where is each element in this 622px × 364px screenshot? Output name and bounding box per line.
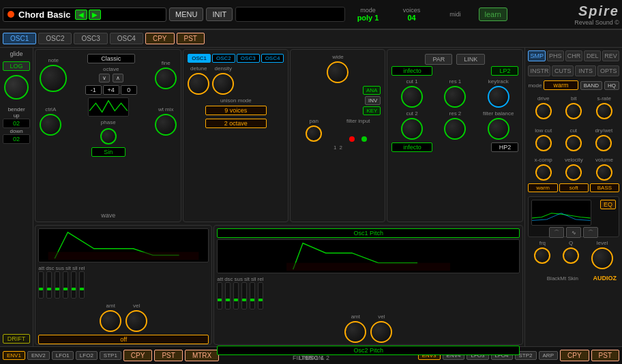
osc-copy-button[interactable]: CPY (145, 33, 175, 44)
env1-slt-slider[interactable] (63, 271, 68, 299)
preset-display[interactable] (235, 7, 344, 22)
warm2-display[interactable]: warm (528, 183, 557, 192)
warm-display[interactable]: warm (544, 80, 578, 90)
env2-slt-slider[interactable] (241, 282, 247, 309)
xcomp-knob[interactable] (535, 164, 552, 181)
level-knob[interactable] (591, 247, 613, 269)
ctrla-knob[interactable] (40, 114, 61, 136)
ctrl-val-3[interactable]: 0 (121, 85, 137, 95)
phase-knob[interactable] (100, 128, 117, 145)
ctrlb-knob[interactable] (155, 114, 177, 136)
osc2-pitch-display[interactable]: Osc2 Pitch (217, 346, 520, 355)
rtab-opts[interactable]: OPTS (597, 65, 619, 76)
bass-display[interactable]: BASS (590, 183, 619, 192)
cut2-knob[interactable] (401, 118, 423, 140)
fine-knob[interactable] (155, 67, 177, 89)
srate-knob[interactable] (596, 103, 612, 119)
env1-amt-knob[interactable] (100, 310, 121, 332)
env2-dsc-slider[interactable] (225, 282, 231, 309)
filter2-display[interactable]: LP2 (491, 66, 518, 76)
density-knob[interactable] (212, 73, 234, 95)
unison-osc4-tab[interactable]: OSC4 (261, 54, 284, 63)
drywet-knob[interactable] (595, 135, 612, 151)
eq-icon-3[interactable]: ⌒ (583, 227, 598, 238)
waveform-display[interactable]: Classic (87, 54, 135, 63)
osc1-tab[interactable]: OSC1 (3, 33, 36, 44)
bit-knob[interactable] (565, 103, 582, 119)
env2-amt-knob[interactable] (344, 321, 366, 343)
rtab-smp[interactable]: SMP (528, 50, 546, 61)
nav-left-btn[interactable]: ◀ (75, 10, 87, 20)
bender-up-value[interactable]: 02 (3, 119, 30, 128)
filter1-display[interactable]: infecto (391, 66, 432, 76)
wave-name-display[interactable]: Sin (91, 147, 125, 157)
balance-knob[interactable] (488, 118, 509, 140)
rtab-phs[interactable]: PHS (547, 50, 564, 61)
env2-att-slider[interactable] (217, 282, 222, 309)
env1-off-display[interactable]: off (38, 335, 209, 344)
keytrack-knob[interactable] (488, 86, 509, 108)
osc4-tab[interactable]: OSC4 (110, 33, 143, 44)
inv-button[interactable]: INV (365, 96, 381, 105)
res1-knob[interactable] (444, 86, 466, 108)
link-button[interactable]: LINK (456, 54, 485, 65)
cut1-knob[interactable] (401, 86, 423, 108)
env1-rel-slider[interactable] (79, 271, 85, 299)
rtab-rev[interactable]: REV (602, 50, 619, 61)
unison-octave-display[interactable]: 2 octave (205, 119, 267, 128)
note-knob[interactable] (40, 65, 67, 92)
rtab-del[interactable]: DEL (584, 50, 601, 61)
menu-button[interactable]: MENU (169, 7, 203, 21)
lowcut-knob[interactable] (535, 135, 552, 151)
env1-vel-knob[interactable] (125, 310, 147, 332)
bender-down-value[interactable]: 02 (3, 134, 30, 144)
learn-button[interactable]: learn (479, 7, 507, 21)
frq-knob[interactable] (534, 247, 550, 264)
velocity-knob[interactable] (565, 164, 582, 181)
volume-knob[interactable] (596, 164, 612, 181)
pan-knob[interactable] (306, 125, 322, 142)
glide-knob[interactable] (4, 75, 29, 100)
unison-osc3-tab[interactable]: OSC3 (237, 54, 260, 63)
osc2-tab[interactable]: OSC2 (38, 33, 72, 44)
env2-sll-slider[interactable] (250, 282, 255, 309)
octave-up-btn[interactable]: ∧ (113, 74, 123, 82)
env1-sus-slider[interactable] (55, 271, 60, 299)
octave-down-btn[interactable]: ∨ (99, 74, 110, 82)
unison-voices-display[interactable]: 9 voices (205, 106, 267, 115)
env1-att-slider[interactable] (38, 271, 44, 299)
rtab-instr[interactable]: INSTR (528, 65, 550, 76)
env1-sll-slider[interactable] (71, 271, 76, 299)
detune-knob[interactable] (188, 73, 209, 95)
env2-rel-slider[interactable] (258, 282, 263, 309)
eq-icon-2[interactable]: ∿ (566, 227, 581, 238)
env1-dsc-slider[interactable] (46, 271, 52, 299)
osc-paste-button[interactable]: PST (177, 33, 205, 44)
wide-knob[interactable] (327, 61, 349, 83)
init-button[interactable]: INIT (206, 7, 233, 21)
osc3-tab[interactable]: OSC3 (74, 33, 107, 44)
drift-button[interactable]: DRIFT (3, 334, 30, 344)
band-button[interactable]: BAND (580, 81, 602, 90)
rtab-cuts[interactable]: CUTS (552, 65, 574, 76)
ctrl-val-2[interactable]: +4 (103, 85, 119, 95)
osc1-pitch-display[interactable]: Osc1 Pitch (217, 228, 520, 238)
key-button[interactable]: KEY (363, 106, 381, 115)
log-button[interactable]: LOG (3, 61, 30, 71)
ana-button[interactable]: ANA (363, 86, 381, 95)
par-button[interactable]: PAR (425, 54, 452, 65)
rtab-ints[interactable]: INTS (575, 65, 597, 76)
env2-sus-slider[interactable] (233, 282, 239, 309)
eq-icon-1[interactable]: ⌒ (549, 227, 564, 238)
hq-button[interactable]: HQ (604, 81, 619, 90)
unison-osc2-tab[interactable]: OSC2 (212, 54, 235, 63)
ctrl-val-1[interactable]: -1 (85, 85, 102, 95)
unison-osc1-tab[interactable]: OSC1 (188, 54, 211, 63)
soft-display[interactable]: soft (559, 183, 589, 192)
cut-knob[interactable] (565, 135, 582, 151)
env2-vel-knob[interactable] (370, 321, 392, 343)
eq-button[interactable]: EQ (600, 200, 616, 209)
drive-knob[interactable] (535, 103, 552, 119)
filter4-display[interactable]: HP2 (491, 142, 518, 152)
filter3-display[interactable]: infecto (391, 142, 432, 152)
